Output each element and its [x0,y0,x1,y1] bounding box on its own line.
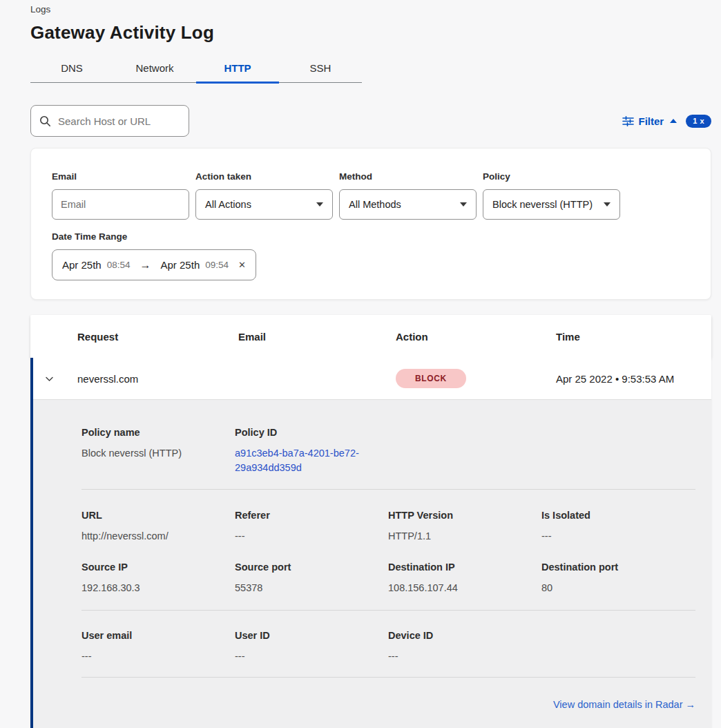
gateway-activity-page: Logs Gateway Activity Log DNS Network HT… [0,0,721,728]
radar-link-row: View domain details in Radar → [81,698,695,711]
details-user-section: User email --- User ID --- Device ID --- [81,629,695,664]
policy-label: Policy [483,171,620,183]
http-version-field: HTTP Version HTTP/1.1 [388,509,541,544]
source-port-label: Source port [235,561,388,574]
row-expand-toggle[interactable] [30,374,77,384]
destination-port-field: Destination port 80 [541,561,695,595]
breadcrumb[interactable]: Logs [30,0,711,16]
destination-ip-label: Destination IP [388,561,541,574]
filter-label: Filter [639,115,664,127]
search-input-container[interactable] [30,105,189,137]
filter-field-action-taken: Action taken All Actions [195,171,333,220]
column-header-email: Email [238,331,396,343]
radar-link-label: View domain details in Radar [553,699,683,710]
policy-value: Block neverssl (HTTP) [492,199,593,210]
row-request: neverssl.com [77,373,238,385]
source-ip-label: Source IP [81,561,235,574]
method-select[interactable]: All Methods [339,189,477,220]
expanded-row-region: neverssl.com BLOCK Apr 25 2022 • 9:53:53… [30,358,711,728]
start-date: Apr 25th [62,259,102,271]
action-taken-label: Action taken [195,171,333,183]
clear-date-range-icon[interactable]: ✕ [238,260,246,270]
source-ip-value: 192.168.30.3 [81,581,235,595]
tab-http[interactable]: HTTP [196,54,279,82]
policy-id-label: Policy ID [235,426,388,439]
filter-panel: Email Action taken All Actions Method Al… [30,148,711,300]
view-radar-link[interactable]: View domain details in Radar → [553,699,695,710]
details-spacer [541,629,695,664]
column-header-action: Action [396,331,556,343]
user-email-label: User email [81,629,235,642]
arrow-right-icon: → [686,699,696,710]
filter-field-method: Method All Methods [339,171,477,220]
chevron-down-icon [316,202,323,207]
is-isolated-label: Is Isolated [541,509,695,522]
end-date: Apr 25th [161,259,200,271]
details-divider [81,489,695,490]
chevron-down-icon [460,202,467,207]
filter-count-badge[interactable]: 1 x [686,115,711,128]
details-network-section: Source IP 192.168.30.3 Source port 55378… [81,561,695,595]
email-filter-label: Email [52,171,189,183]
page-title: Gateway Activity Log [30,21,711,44]
row-details-panel: Policy name Block neverssl (HTTP) Policy… [30,400,711,728]
chevron-down-icon [604,202,611,207]
user-id-field: User ID --- [235,629,388,664]
row-action: BLOCK [396,369,556,388]
user-id-value: --- [235,649,388,664]
search-input[interactable] [58,115,180,127]
tab-network[interactable]: Network [113,54,196,82]
filter-field-policy: Policy Block neverssl (HTTP) [483,171,620,220]
method-label: Method [339,171,477,183]
email-filter-input[interactable] [52,189,189,220]
user-email-value: --- [81,649,235,664]
http-version-value: HTTP/1.1 [388,529,541,544]
action-taken-select[interactable]: All Actions [195,189,333,220]
search-icon [39,115,51,127]
end-time: 09:54 [205,260,229,270]
source-port-field: Source port 55378 [235,561,388,595]
details-divider [81,677,695,678]
policy-name-label: Policy name [81,426,235,439]
table-row[interactable]: neverssl.com BLOCK Apr 25 2022 • 9:53:53… [30,358,711,400]
date-range-label: Date Time Range [52,231,690,243]
http-version-label: HTTP Version [388,509,541,522]
referer-label: Referer [235,509,388,522]
details-divider [81,610,695,611]
details-policy-section: Policy name Block neverssl (HTTP) Policy… [81,426,695,475]
tab-dns[interactable]: DNS [30,54,113,82]
destination-ip-value: 108.156.107.44 [388,581,541,595]
toolbar: Filter 1 x [30,105,711,137]
start-time: 08:54 [107,260,131,270]
block-status-badge: BLOCK [396,369,466,388]
device-id-label: Device ID [388,629,541,642]
row-time: Apr 25 2022 • 9:53:53 AM [556,373,711,385]
chevron-down-icon [44,374,55,384]
column-header-time: Time [556,331,711,343]
source-ip-field: Source IP 192.168.30.3 [81,561,235,595]
tab-ssh[interactable]: SSH [279,54,362,82]
destination-ip-field: Destination IP 108.156.107.44 [388,561,541,595]
tab-bar: DNS Network HTTP SSH [30,54,362,83]
filter-field-email: Email [52,171,189,220]
table-header: Request Email Action Time [30,315,711,358]
action-taken-value: All Actions [205,199,251,210]
date-range-picker[interactable]: Apr 25th 08:54 → Apr 25th 09:54 ✕ [52,249,256,280]
device-id-value: --- [388,649,541,664]
details-request-section: URL http://neverssl.com/ Referer --- HTT… [81,509,695,544]
policy-name-field: Policy name Block neverssl (HTTP) [81,426,235,475]
filter-icon [622,116,634,126]
is-isolated-value: --- [541,529,695,544]
column-header-request: Request [77,331,238,343]
policy-id-link[interactable]: a91c3eb4-ba7a-4201-be72-29a934dd359d [235,446,373,475]
referer-field: Referer --- [235,509,388,544]
method-value: All Methods [349,199,401,210]
source-port-value: 55378 [235,581,388,595]
filter-toggle[interactable]: Filter 1 x [622,115,711,128]
logs-table: Request Email Action Time neverssl.com B… [30,315,711,728]
is-isolated-field: Is Isolated --- [541,509,695,544]
url-field: URL http://neverssl.com/ [81,509,235,544]
destination-port-label: Destination port [541,561,695,574]
referer-value: --- [235,529,388,544]
policy-select[interactable]: Block neverssl (HTTP) [483,189,620,220]
